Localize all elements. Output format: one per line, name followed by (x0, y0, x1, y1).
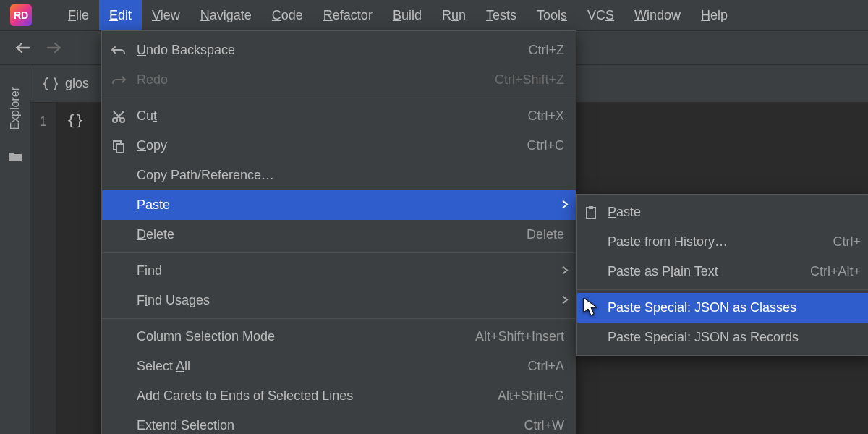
menu-refactor[interactable]: Refactor (313, 0, 383, 30)
undo-icon (111, 43, 127, 59)
clipboard-icon (583, 205, 599, 221)
menu-tests[interactable]: Tests (476, 0, 527, 30)
menu-extend-selection[interactable]: Extend Selection Ctrl+W (102, 411, 576, 434)
menu-find[interactable]: Find (102, 256, 576, 286)
submenu-paste[interactable]: Paste (577, 197, 868, 227)
edit-dropdown: Undo Backspace Ctrl+Z Redo Ctrl+Shift+Z … (101, 30, 576, 434)
separator (102, 252, 576, 253)
menu-code[interactable]: Code (262, 0, 313, 30)
explorer-tool-button[interactable]: Explorer (9, 87, 22, 130)
menu-navigate[interactable]: Navigate (190, 0, 262, 30)
menu-redo: Redo Ctrl+Shift+Z (102, 65, 576, 95)
paste-submenu: Paste Paste from History… Ctrl+ Paste as… (576, 194, 868, 356)
menu-add-carets[interactable]: Add Carets to Ends of Selected Lines Alt… (102, 381, 576, 411)
chevron-right-icon (561, 197, 569, 213)
submenu-paste-json-classes[interactable]: Paste Special: JSON as Classes (577, 293, 868, 323)
menu-file[interactable]: File (58, 0, 99, 30)
svg-rect-5 (589, 206, 593, 209)
menu-vcs[interactable]: VCS (577, 0, 624, 30)
menu-select-all[interactable]: Select All Ctrl+A (102, 352, 576, 381)
menu-copy[interactable]: Copy Ctrl+C (102, 131, 576, 161)
menu-undo[interactable]: Undo Backspace Ctrl+Z (102, 35, 576, 65)
separator (102, 98, 576, 98)
line-gutter: 1 (30, 103, 56, 434)
editor-tab-label[interactable]: glos (65, 76, 89, 91)
menu-view[interactable]: View (142, 0, 190, 30)
redo-icon (111, 72, 127, 88)
tool-strip: Explorer (0, 65, 30, 434)
menu-paste[interactable]: Paste (102, 190, 576, 220)
menu-tools[interactable]: Tools (527, 0, 577, 30)
submenu-paste-history[interactable]: Paste from History… Ctrl+ (577, 227, 868, 257)
submenu-paste-plain[interactable]: Paste as Plain Text Ctrl+Alt+ (577, 257, 868, 286)
scissors-icon (111, 109, 127, 124)
folder-icon[interactable] (8, 150, 22, 162)
menu-help[interactable]: Help (691, 0, 738, 30)
json-file-icon (43, 76, 58, 92)
menu-cut[interactable]: Cut Ctrl+X (102, 101, 576, 131)
svg-rect-3 (116, 144, 124, 153)
app-icon: RD (10, 4, 32, 26)
copy-icon (111, 138, 127, 154)
menu-window[interactable]: Window (624, 0, 691, 30)
menu-build[interactable]: Build (383, 0, 432, 30)
nav-forward-button[interactable] (46, 40, 62, 56)
menu-find-usages[interactable]: Find Usages (102, 286, 576, 315)
menu-edit[interactable]: Edit (99, 0, 142, 30)
line-number: 1 (30, 114, 56, 129)
submenu-paste-json-records[interactable]: Paste Special: JSON as Records (577, 323, 868, 352)
separator (577, 289, 868, 290)
menu-run[interactable]: Run (432, 0, 476, 30)
menu-copy-path[interactable]: Copy Path/Reference… (102, 161, 576, 190)
separator (102, 318, 576, 319)
svg-rect-4 (587, 208, 595, 218)
menubar: RD File Edit View Navigate Code Refactor… (0, 0, 868, 30)
chevron-right-icon (561, 293, 569, 308)
menu-column-selection[interactable]: Column Selection Mode Alt+Shift+Insert (102, 322, 576, 352)
chevron-right-icon (561, 263, 569, 278)
menu-delete[interactable]: Delete Delete (102, 220, 576, 250)
editor-text: {} (67, 111, 84, 129)
nav-back-button[interactable] (14, 40, 30, 56)
